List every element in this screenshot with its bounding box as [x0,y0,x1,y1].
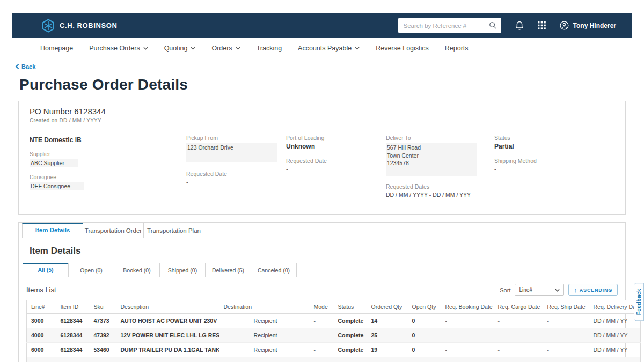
chevron-down-icon [191,47,195,50]
column-header: Ordered Qty [367,300,408,314]
back-label: Back [21,63,35,70]
search-input[interactable] [404,23,489,29]
table-cell: - [310,314,334,328]
status-subtab-label: Delivered (5) [212,267,244,274]
table-row: 6000612834453460DUMP TRAILER PU DA 1.1GA… [27,343,641,357]
table-cell: - [310,357,334,362]
items-table: Line#Item IDSkuDescriptionDestinationMod… [26,300,641,362]
table-cell: - [441,357,494,362]
table-cell: DD / MM / YY [589,328,641,343]
po-fields-grid: NTE Domestic IB Supplier ABC Supplier Co… [19,128,625,214]
table-cell: DUMP TRAILER PU DA 1.1GAL TANK [116,343,219,357]
supplier-value: ABC Supplier [30,159,78,167]
status-subtab-label: Booked (0) [123,267,150,274]
table-cell: 4000 [27,328,56,343]
chevron-down-icon [143,47,148,50]
po-tab[interactable]: Item Details [22,223,83,238]
table-cell: - [543,357,589,362]
port-of-loading-value: Unknown [286,143,386,150]
table-cell: 6128344 [56,357,90,362]
column-header: Description [116,300,219,314]
table-cell: - [543,328,589,343]
nav-item[interactable]: Accounts Payable [298,45,360,52]
table-cell: Complete [334,328,367,343]
status-subtab[interactable]: All (5) [23,263,69,277]
content: Back Purchase Order Details PO Number 61… [0,59,644,362]
table-cell: - [441,343,494,357]
nav-item-label: Purchase Orders [89,45,140,52]
nav-item[interactable]: Homepage [40,45,73,52]
apps-grid-icon[interactable] [538,21,546,29]
user-menu[interactable]: Tony Hinderer [560,21,616,30]
port-requested-date-label: Requested Date [286,158,386,164]
table-cell: Complete [334,343,367,357]
ascending-sort-button[interactable]: ↑ ASCENDING [568,284,618,296]
nav-item[interactable]: Tracking [257,45,282,52]
chr-hexagon-logo-icon [42,19,55,33]
sort-select-value: Line# [519,287,532,293]
table-cell: Complete [334,357,367,362]
table-cell: 53453 [90,357,116,362]
table-row: 3000612834447373AUTO HOIST AC POWER UNIT… [27,314,641,328]
item-details-heading: Item Details [30,246,625,256]
back-link[interactable]: Back [15,63,626,70]
requested-dates-value: DD / MM / YYYY - DD / MM / YYY [386,191,494,198]
table-cell: - [494,314,543,328]
nav-item[interactable]: Quoting [164,45,196,52]
table-cell: 6000 [27,343,56,357]
topbar-right: Tony Hinderer [398,18,616,33]
supplier-label: Supplier [30,151,186,157]
po-tab[interactable]: Transportation Order [83,223,144,238]
nav-item[interactable]: Reports [445,45,469,52]
table-cell: 53460 [90,343,116,357]
column-header: Req. Ship Date [543,300,589,314]
table-cell: - [543,314,589,328]
sort-select[interactable]: Line# [515,284,564,296]
brand-logo[interactable]: C.H. ROBINSON [42,19,117,33]
search-icon[interactable] [489,21,497,29]
table-cell: - [441,328,494,343]
nav-item[interactable]: Purchase Orders [89,45,148,52]
nav-item-label: Reports [445,45,469,52]
table-cell: 0 [408,328,441,343]
feedback-button[interactable]: Feedback [634,283,644,321]
pickup-from-label: Pickup From [186,135,286,141]
status-subtab[interactable]: Canceled (0) [251,263,297,277]
port-of-loading-label: Port of Loading [286,135,386,141]
table-cell: Complete [334,314,367,328]
column-header: Open Qty [408,300,441,314]
column-header: Item ID [56,300,90,314]
status-subtab[interactable]: Open (0) [68,263,114,277]
table-cell: 0 [408,314,441,328]
table-cell: 47392 [90,328,116,343]
status-subtab[interactable]: Delivered (5) [205,263,251,277]
nav-item[interactable]: Orders [211,45,240,52]
table-cell: 12V POWER UNIT ELEC LHL LG RES [116,328,219,343]
table-row: 400061283444739212V POWER UNIT ELEC LHL … [27,328,641,343]
table-cell: Recipient [219,343,310,357]
search-box [398,18,501,33]
shipping-method-label: Shipping Method [494,158,591,164]
table-cell: 6128344 [56,328,90,343]
table-cell: 14 [367,314,408,328]
notifications-bell-icon[interactable] [515,21,524,31]
status-subtab[interactable]: Shipped (0) [159,263,206,277]
table-cell: 25 [367,328,408,343]
status-subtab-label: Shipped (0) [168,267,197,274]
nav-item-label: Tracking [257,45,282,52]
status-subtab[interactable]: Booked (0) [114,263,160,277]
table-cell: 47373 [90,314,116,328]
column-header: Mode [310,300,334,314]
po-tab[interactable]: Transportation Plan [143,223,204,238]
purchase-order-details-page: C.H. ROBINSON [0,0,644,362]
nav-item-label: Accounts Payable [298,45,352,52]
consignee-value: DEF Consignee [30,182,84,190]
items-table-body: 3000612834447373AUTO HOIST AC POWER UNIT… [27,314,641,362]
po-card-header: PO Number 6128344 Created on DD / MM / Y… [19,101,625,128]
sort-area: Sort Line# ↑ ASCENDING [500,284,618,296]
table-cell: Recipient [219,328,310,343]
po-number: PO Number 6128344 [30,107,614,116]
topbar: C.H. ROBINSON [12,13,632,38]
nav-item[interactable]: Reverse Logistics [376,45,429,52]
po-created-on: Created on DD / MM / YYYY [30,117,614,123]
